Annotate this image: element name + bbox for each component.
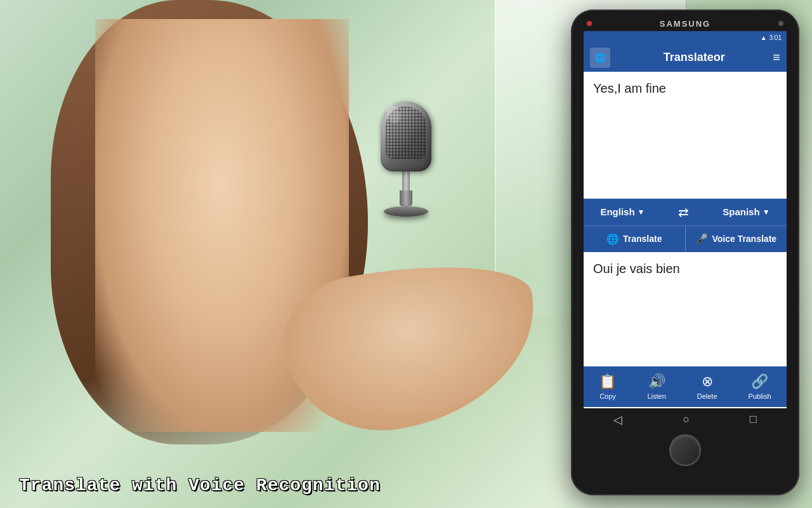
- language-bar: English ▼ ⇄ Spanish ▼: [584, 199, 787, 225]
- app-header: 🌐 Translateor ≡: [584, 44, 787, 72]
- swap-languages-button[interactable]: ⇄: [678, 204, 689, 220]
- translate-icon: 🌐: [595, 53, 606, 63]
- mic-base: [384, 206, 428, 217]
- microphone-icon: [374, 102, 438, 241]
- copy-icon: 📋: [599, 373, 616, 390]
- app-title: Translateor: [615, 51, 773, 64]
- delete-button[interactable]: ⊗ Delete: [697, 373, 717, 400]
- phone-screen: ▲ 3:01 🌐 Translateor ≡ Yes,I am fine Eng…: [584, 31, 787, 431]
- translate-app-icon: 🌐: [590, 48, 610, 68]
- mic-button-icon: 🎤: [695, 233, 708, 245]
- translate-button-icon: 🌐: [606, 233, 619, 245]
- phone-home-button[interactable]: [669, 434, 701, 466]
- status-bar: ▲ 3:01: [584, 31, 787, 44]
- wifi-icon: ▲: [761, 34, 767, 41]
- android-nav-bar: ◁ ○ □: [584, 408, 787, 431]
- phone-top-bar: SAMSUNG: [571, 16, 799, 31]
- output-text-area: Oui je vais bien: [584, 252, 787, 366]
- mic-stand: [400, 190, 412, 206]
- publish-icon: 🔗: [751, 373, 768, 390]
- listen-icon: 🔊: [648, 373, 665, 390]
- home-button[interactable]: ○: [683, 413, 690, 426]
- delete-label: Delete: [697, 392, 717, 400]
- target-language-arrow: ▼: [763, 208, 770, 217]
- camera-dot: [587, 21, 592, 26]
- recent-apps-button[interactable]: □: [750, 413, 757, 426]
- tagline: Translate with Voice Recognition: [19, 476, 381, 495]
- source-language-label: English: [600, 206, 634, 217]
- source-language-button[interactable]: English ▼: [600, 206, 645, 217]
- target-language-label: Spanish: [723, 206, 759, 217]
- mic-head: [381, 102, 431, 171]
- translate-button-label: Translate: [623, 234, 662, 244]
- output-text: Oui je vais bien: [593, 262, 777, 276]
- battery-time: 3:01: [769, 34, 782, 41]
- action-buttons-row: 🌐 Translate 🎤 Voice Translate: [584, 225, 787, 252]
- mic-neck: [402, 171, 410, 190]
- source-language-arrow: ▼: [638, 208, 645, 217]
- target-language-button[interactable]: Spanish ▼: [723, 206, 769, 217]
- voice-translate-button[interactable]: 🎤 Voice Translate: [686, 226, 787, 252]
- listen-label: Listen: [647, 392, 665, 400]
- translate-button[interactable]: 🌐 Translate: [584, 226, 686, 252]
- back-button[interactable]: ◁: [613, 413, 622, 427]
- publish-button[interactable]: 🔗 Publish: [748, 373, 771, 400]
- listen-button[interactable]: 🔊 Listen: [647, 373, 665, 400]
- bottom-nav: 📋 Copy 🔊 Listen ⊗ Delete 🔗 Publish: [584, 366, 787, 407]
- delete-icon: ⊗: [702, 373, 713, 390]
- speaker-dot: [778, 21, 783, 26]
- input-text-area[interactable]: Yes,I am fine: [584, 72, 787, 199]
- publish-label: Publish: [748, 392, 771, 400]
- phone-brand: SAMSUNG: [660, 19, 710, 29]
- menu-button[interactable]: ≡: [773, 50, 780, 65]
- copy-button[interactable]: 📋 Copy: [599, 373, 616, 400]
- copy-label: Copy: [599, 392, 616, 400]
- phone-device: SAMSUNG ▲ 3:01 🌐 Translateor ≡ Yes,I am …: [571, 10, 799, 495]
- voice-translate-label: Voice Translate: [712, 234, 776, 244]
- input-text: Yes,I am fine: [593, 81, 777, 96]
- status-icons: ▲ 3:01: [761, 34, 782, 41]
